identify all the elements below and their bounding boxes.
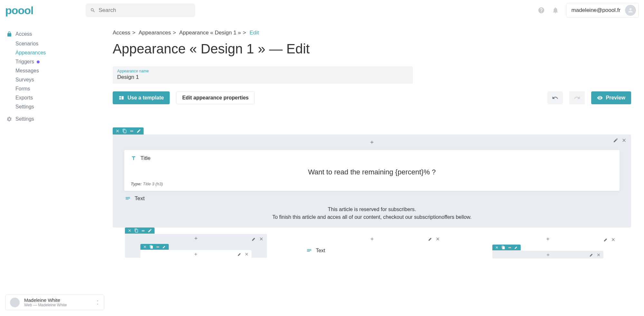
logo[interactable]: poool — [5, 4, 86, 17]
lock-icon — [6, 31, 12, 37]
edit-icon[interactable] — [137, 129, 141, 133]
breadcrumb-3: Edit — [250, 30, 259, 36]
sidebar-item-scenarios[interactable]: Scenarios — [3, 39, 84, 48]
plus-icon — [194, 236, 198, 241]
col3-inner-toolbar — [492, 245, 521, 250]
col2-text-block[interactable]: Text — [304, 245, 440, 257]
plus-icon — [546, 253, 550, 257]
close-icon[interactable] — [611, 237, 616, 242]
plus-icon — [370, 237, 374, 241]
sidebar-item-settings-sub[interactable]: Settings — [3, 102, 84, 111]
search-box[interactable] — [86, 4, 195, 17]
editor-canvas: Title Want to read the remaining {percen… — [113, 127, 631, 258]
close-icon[interactable] — [143, 245, 147, 249]
title-block-content: Want to read the remaining {percent}% ? — [131, 165, 613, 178]
title-block-type: Type: Title 3 (h3) — [131, 181, 613, 186]
col1-inner-toolbar — [140, 244, 169, 250]
edit-properties-button[interactable]: Edit appearance properties — [176, 91, 255, 104]
col1-panel — [125, 234, 267, 258]
drag-icon[interactable] — [129, 129, 134, 133]
use-template-button[interactable]: Use a template — [113, 91, 170, 104]
sidebar-access-label: Access — [15, 31, 32, 37]
sidebar-item-triggers[interactable]: Triggers — [3, 57, 84, 66]
appearance-name-label: Appearance name — [117, 69, 408, 73]
edit-icon[interactable] — [162, 245, 166, 249]
col1-inner-add[interactable] — [140, 252, 251, 258]
edit-icon[interactable] — [428, 237, 433, 241]
text-block-content: This article is reserved for subscribers… — [125, 206, 619, 221]
close-icon[interactable] — [621, 138, 627, 143]
avatar — [10, 298, 20, 307]
avatar — [625, 5, 636, 16]
action-row: Use a template Edit appearance propertie… — [113, 91, 631, 104]
appearance-name-field[interactable]: Appearance name Design 1 — [113, 66, 413, 84]
edit-icon[interactable] — [148, 228, 152, 233]
copy-icon[interactable] — [134, 228, 138, 233]
col2-add[interactable] — [304, 237, 440, 245]
plus-icon — [545, 237, 550, 241]
redo-button[interactable] — [569, 91, 585, 104]
sidebar-section-access[interactable]: Access — [3, 29, 84, 39]
close-icon[interactable] — [495, 246, 499, 249]
col1-inner-card — [140, 250, 251, 258]
user-menu[interactable]: madeleine@poool.fr — [566, 3, 639, 18]
close-icon[interactable] — [596, 253, 601, 257]
col3-add[interactable] — [492, 237, 603, 245]
block-toolbar-main — [113, 127, 144, 135]
breadcrumb-1[interactable]: Appearances — [139, 30, 171, 36]
text-block-label: Text — [135, 195, 145, 202]
sidebar-item-appearances[interactable]: Appearances — [3, 48, 84, 57]
edit-icon[interactable] — [613, 138, 618, 143]
preview-button[interactable]: Preview — [591, 91, 631, 104]
eye-icon — [597, 95, 603, 101]
edit-icon[interactable] — [589, 253, 594, 257]
dot-badge — [37, 60, 40, 63]
user-email: madeleine@poool.fr — [572, 7, 620, 14]
col1-add[interactable] — [140, 236, 251, 244]
sidebar: Access Scenarios Appearances Triggers Me… — [0, 29, 84, 124]
undo-button[interactable] — [547, 91, 563, 104]
drag-icon[interactable] — [156, 245, 160, 249]
close-icon[interactable] — [244, 252, 249, 256]
sidebar-item-surveys[interactable]: Surveys — [3, 75, 84, 84]
copy-icon[interactable] — [122, 129, 127, 133]
sidebar-item-exports[interactable]: Exports — [3, 93, 84, 102]
close-icon[interactable] — [128, 228, 132, 233]
close-icon[interactable] — [435, 237, 440, 241]
sidebar-section-settings[interactable]: Settings — [3, 114, 84, 124]
text-block[interactable]: Text This article is reserved for subscr… — [118, 191, 625, 228]
template-icon — [118, 95, 124, 101]
edit-icon[interactable] — [237, 252, 242, 256]
topbar-right: madeleine@poool.fr — [538, 3, 639, 18]
col2-panel: Text — [301, 235, 443, 257]
edit-icon[interactable] — [514, 246, 518, 249]
close-icon[interactable] — [115, 129, 120, 133]
col3-panel — [477, 235, 619, 258]
logo-text: poool — [5, 4, 33, 17]
add-block-top[interactable] — [118, 138, 625, 150]
copy-icon[interactable] — [149, 245, 153, 249]
edit-icon[interactable] — [603, 237, 608, 242]
title-block[interactable]: Title Want to read the remaining {percen… — [124, 150, 620, 191]
edit-icon[interactable] — [251, 237, 256, 241]
help-icon[interactable] — [538, 7, 545, 14]
breadcrumb-2[interactable]: Appearance « Design 1 » — [179, 30, 241, 36]
redo-icon — [574, 95, 580, 101]
col3-inner-add[interactable] — [492, 253, 603, 258]
workspace-switcher[interactable]: Madeleine White Web — Madeleine White — [5, 294, 104, 310]
bell-icon[interactable] — [552, 7, 559, 14]
search-input[interactable] — [99, 7, 191, 14]
sidebar-item-messages[interactable]: Messages — [3, 66, 84, 75]
breadcrumb-0[interactable]: Access — [113, 30, 130, 36]
copy-icon[interactable] — [501, 246, 505, 249]
breadcrumb: Access> Appearances> Appearance « Design… — [113, 30, 631, 36]
sidebar-item-forms[interactable]: Forms — [3, 84, 84, 93]
col1-toolbar — [125, 228, 155, 234]
main-content: Access> Appearances> Appearance « Design… — [113, 30, 631, 258]
drag-icon[interactable] — [508, 246, 512, 249]
search-wrap — [86, 4, 195, 17]
page-title: Appearance « Design 1 » — Edit — [113, 41, 631, 57]
drag-icon[interactable] — [141, 228, 145, 233]
close-icon[interactable] — [259, 237, 264, 241]
workspace-user-name: Madeleine White — [24, 297, 67, 303]
